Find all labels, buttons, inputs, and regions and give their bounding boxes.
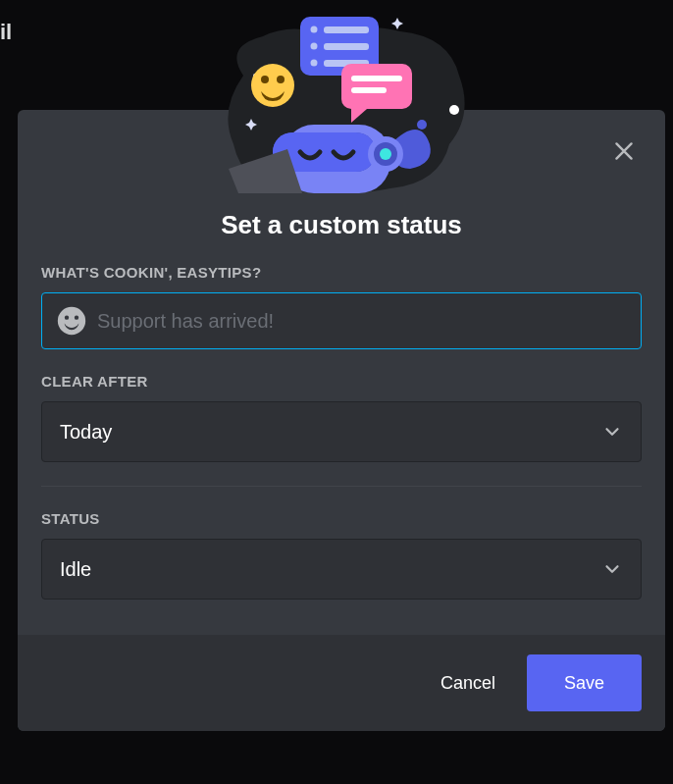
svg-point-13 [261, 76, 269, 83]
cancel-button[interactable]: Cancel [433, 663, 503, 704]
status-label: STATUS [41, 510, 642, 527]
background-text-fragment: il [0, 20, 12, 45]
svg-point-23 [65, 316, 69, 320]
clear-after-label: CLEAR AFTER [41, 373, 642, 390]
modal-footer: Cancel Save [18, 635, 665, 731]
svg-rect-9 [341, 64, 412, 109]
svg-point-14 [277, 76, 285, 83]
clear-after-field: CLEAR AFTER Today [41, 373, 642, 462]
status-text-field: WHAT'S COOKIN', EASYTIPS? [41, 264, 642, 349]
status-text-label: WHAT'S COOKIN', EASYTIPS? [41, 264, 642, 281]
chevron-down-icon [601, 558, 623, 580]
modal-body: WHAT'S COOKIN', EASYTIPS? CLEAR AFTER To [18, 240, 665, 635]
svg-rect-4 [324, 26, 369, 33]
modal-title: Set a custom status [18, 210, 665, 240]
svg-point-22 [58, 307, 85, 335]
clear-after-value: Today [60, 421, 112, 444]
svg-rect-2 [300, 17, 379, 76]
svg-point-24 [75, 316, 78, 320]
svg-point-1 [253, 74, 257, 78]
status-text-input-wrap [41, 292, 642, 349]
status-field: STATUS Idle [41, 510, 642, 600]
emoji-picker-button[interactable] [56, 305, 87, 337]
svg-point-12 [251, 64, 294, 107]
svg-point-5 [311, 43, 318, 50]
status-value: Idle [60, 558, 91, 581]
close-icon [611, 138, 637, 164]
custom-status-modal: Set a custom status WHAT'S COOKIN', EASY… [18, 110, 665, 731]
svg-point-3 [311, 26, 318, 33]
chevron-down-icon [601, 421, 623, 443]
svg-rect-11 [351, 87, 387, 93]
status-text-input[interactable] [97, 293, 627, 348]
svg-rect-25 [66, 324, 78, 326]
modal-header: Set a custom status [18, 110, 665, 240]
grinning-face-icon [57, 306, 86, 336]
svg-point-7 [311, 60, 318, 67]
status-select[interactable]: Idle [41, 539, 642, 600]
svg-rect-6 [324, 43, 369, 50]
clear-after-select[interactable]: Today [41, 401, 642, 462]
divider [41, 486, 642, 487]
svg-rect-10 [351, 76, 402, 81]
close-button[interactable] [610, 137, 638, 165]
svg-rect-8 [324, 60, 369, 67]
save-button[interactable]: Save [527, 654, 642, 711]
